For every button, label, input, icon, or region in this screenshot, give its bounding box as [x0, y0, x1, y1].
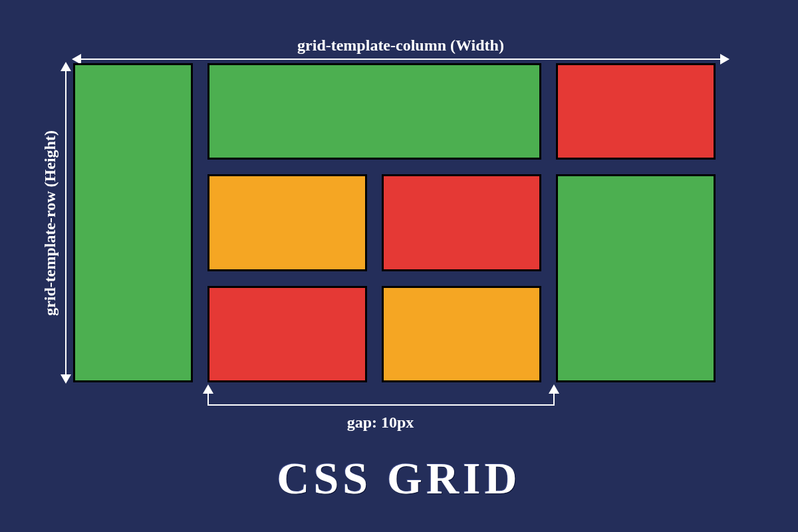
gap-label: gap: 10px	[207, 414, 553, 432]
column-axis-label: grid-template-column (Width)	[73, 37, 728, 55]
row-axis-label: grid-template-row (Height)	[41, 130, 59, 316]
grid-cell-4	[207, 174, 367, 271]
column-axis-arrow	[73, 59, 728, 60]
row-axis-arrow	[65, 63, 66, 382]
grid-cell-3	[556, 63, 716, 160]
grid-cell-7	[207, 286, 367, 382]
grid-cell-1	[73, 63, 193, 382]
diagram-title: CSS GRID	[0, 452, 798, 505]
gap-bracket-bar	[207, 404, 553, 406]
grid-cell-2	[207, 63, 541, 160]
grid-cell-5	[382, 174, 541, 271]
css-grid	[73, 63, 728, 382]
grid-cell-6	[556, 174, 716, 382]
grid-cell-8	[382, 286, 541, 382]
row-axis-label-wrap: grid-template-row (Height)	[40, 63, 60, 382]
grid-container	[73, 63, 728, 382]
